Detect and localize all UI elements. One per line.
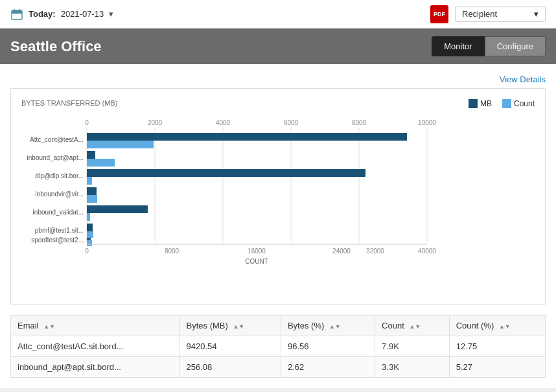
today-label: Today: — [29, 9, 56, 19]
cell-bytes-mb: 256.08 — [180, 357, 281, 378]
svg-text:0: 0 — [85, 248, 89, 255]
legend-count: Count — [502, 99, 535, 108]
table-body: Attc_cont@testAC.sit.bord... 9420.54 96.… — [11, 336, 546, 378]
svg-rect-26 — [87, 187, 97, 195]
title-bar: Seattle Office Monitor Configure — [0, 29, 556, 64]
chart-y-title: BYTES TRANSFERRED (MB) — [21, 99, 117, 107]
cell-count-pct: 12.75 — [449, 336, 545, 357]
recipient-label: Recipient — [462, 9, 497, 19]
svg-text:dlp@dlp.sit.bor...: dlp@dlp.sit.bor... — [35, 172, 84, 179]
svg-text:8000: 8000 — [352, 119, 367, 126]
cell-count: 7.9K — [375, 336, 450, 357]
svg-text:16000: 16000 — [248, 248, 266, 255]
date-section: Today: 2021-07-13 ▾ — [10, 8, 113, 21]
cell-email: inbound_apt@apt.sit.bord... — [11, 357, 180, 378]
col-bytes-pct[interactable]: Bytes (%) ▲▼ — [281, 316, 375, 336]
svg-rect-33 — [87, 195, 97, 203]
bar-chart: 0 2000 4000 6000 8000 10000 Attc_cont@te… — [25, 116, 531, 297]
data-table: Email ▲▼ Bytes (MB) ▲▼ Bytes (%) ▲▼ Coun… — [10, 315, 546, 378]
sort-arrows-email: ▲▼ — [43, 325, 55, 329]
svg-rect-27 — [87, 205, 148, 213]
svg-text:inbound_apt@apt...: inbound_apt@apt... — [27, 154, 84, 161]
top-bar: Today: 2021-07-13 ▾ PDF Recipient ▾ — [0, 0, 556, 29]
legend-mb: MB — [469, 99, 492, 108]
svg-rect-25 — [87, 169, 365, 177]
chart-container: BYTES TRANSFERRED (MB) MB Count 0 2000 4… — [10, 88, 546, 305]
sort-arrows-bytes-pct: ▲▼ — [329, 325, 341, 329]
calendar-icon — [10, 8, 23, 21]
svg-text:10000: 10000 — [418, 119, 436, 126]
svg-rect-32 — [87, 177, 92, 185]
svg-rect-34 — [87, 213, 90, 221]
cell-bytes-pct: 96.56 — [281, 336, 375, 357]
main-content: View Details BYTES TRANSFERRED (MB) MB C… — [0, 64, 556, 388]
recipient-dropdown[interactable]: Recipient ▾ — [455, 6, 546, 22]
svg-text:40000: 40000 — [418, 248, 436, 255]
table-header-row: Email ▲▼ Bytes (MB) ▲▼ Bytes (%) ▲▼ Coun… — [11, 316, 546, 336]
col-bytes-mb[interactable]: Bytes (MB) ▲▼ — [180, 316, 281, 336]
svg-text:6000: 6000 — [284, 119, 299, 126]
svg-rect-31 — [87, 159, 115, 167]
svg-rect-23 — [87, 133, 407, 141]
svg-text:COUNT: COUNT — [245, 258, 268, 265]
table-row: inbound_apt@apt.sit.bord... 256.08 2.62 … — [11, 357, 546, 378]
cell-email: Attc_cont@testAC.sit.bord... — [11, 336, 180, 357]
svg-rect-24 — [87, 151, 95, 159]
view-details-link[interactable]: View Details — [10, 71, 546, 88]
chevron-down-icon[interactable]: ▾ — [109, 9, 113, 19]
top-bar-actions: PDF Recipient ▾ — [430, 5, 546, 23]
legend-count-color — [502, 99, 511, 108]
configure-button[interactable]: Configure — [485, 36, 546, 56]
svg-text:8000: 8000 — [165, 248, 180, 255]
svg-text:Attc_cont@testA...: Attc_cont@testA... — [30, 136, 84, 143]
svg-rect-36 — [87, 240, 92, 246]
svg-text:24000: 24000 — [332, 248, 351, 255]
svg-rect-28 — [87, 224, 93, 231]
svg-text:inboundvir@vir...: inboundvir@vir... — [35, 190, 84, 198]
svg-text:0: 0 — [85, 119, 89, 126]
pdf-icon[interactable]: PDF — [430, 5, 448, 23]
chart-legend: MB Count — [469, 99, 535, 108]
legend-mb-color — [469, 99, 478, 108]
monitor-button[interactable]: Monitor — [432, 36, 484, 56]
today-date: 2021-07-13 — [61, 9, 104, 19]
col-email[interactable]: Email ▲▼ — [11, 316, 180, 336]
svg-text:inbound_validat...: inbound_validat... — [33, 209, 84, 216]
cell-count-pct: 5.27 — [449, 357, 545, 378]
title-bar-buttons: Monitor Configure — [432, 36, 546, 56]
cell-count: 3.3K — [375, 357, 450, 378]
table-row: Attc_cont@testAC.sit.bord... 9420.54 96.… — [11, 336, 546, 357]
svg-text:pbmf@test1.sit...: pbmf@test1.sit... — [35, 227, 84, 234]
svg-text:spooftest@test2...: spooftest@test2... — [31, 236, 84, 244]
cell-bytes-mb: 9420.54 — [180, 336, 281, 357]
sort-arrows-count: ▲▼ — [409, 325, 421, 329]
sort-arrows-count-pct: ▲▼ — [499, 325, 511, 329]
svg-text:4000: 4000 — [216, 119, 231, 126]
dropdown-chevron: ▾ — [534, 9, 539, 19]
svg-rect-30 — [87, 141, 154, 148]
svg-text:32000: 32000 — [366, 248, 384, 255]
svg-rect-1 — [12, 10, 22, 14]
sort-arrows-bytes-mb: ▲▼ — [233, 325, 244, 329]
svg-rect-35 — [87, 231, 93, 238]
cell-bytes-pct: 2.62 — [281, 357, 375, 378]
col-count-pct[interactable]: Count (%) ▲▼ — [449, 316, 545, 336]
page-title: Seattle Office — [10, 38, 102, 55]
svg-text:2000: 2000 — [148, 119, 163, 126]
col-count[interactable]: Count ▲▼ — [375, 316, 450, 336]
